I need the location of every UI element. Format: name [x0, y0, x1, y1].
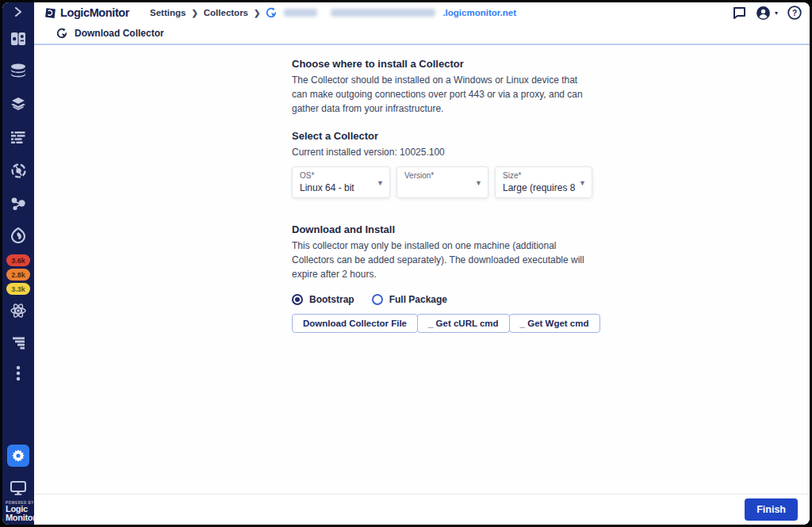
- breadcrumb-separator-icon: ❯: [191, 9, 197, 17]
- collector-dropdowns: OS* Linux 64 - bit ▼ Version* ▼ Size* La…: [292, 166, 595, 198]
- install-location-description: The Collector should be installed on a W…: [292, 74, 595, 116]
- installed-version-text: Current installed version: 10025.100: [292, 147, 595, 158]
- size-select[interactable]: Size* Large (requires 8... ▼: [495, 166, 592, 198]
- sidebar: 3.6k 2.8k 3.3k POWERED BY Logic Monitor: [2, 2, 34, 525]
- chat-icon[interactable]: [733, 6, 746, 19]
- logicmonitor-logo-icon: [44, 6, 57, 20]
- size-select-label: Size*: [503, 171, 576, 180]
- sidebar-item-websites[interactable]: [2, 161, 34, 180]
- logo-text: LogicMonitor: [60, 6, 129, 19]
- user-avatar-icon[interactable]: [756, 6, 771, 21]
- gear-icon: [12, 449, 25, 462]
- main-content: Choose where to install a Collector The …: [34, 47, 810, 494]
- package-type-radio-group: Bootstrap Full Package: [292, 294, 595, 305]
- user-menu-caret-icon[interactable]: ▾: [775, 10, 778, 17]
- chevron-down-icon: ▼: [377, 179, 384, 187]
- collector-icon: [266, 7, 277, 18]
- download-collector-file-button[interactable]: Download Collector File: [292, 314, 418, 333]
- sidebar-item-settings-active[interactable]: [7, 445, 29, 467]
- sidebar-item-mapping[interactable]: [2, 194, 34, 213]
- sidebar-item-more[interactable]: [2, 364, 34, 383]
- breadcrumb: Settings ❯ Collectors ❯ .logicmonitor.ne…: [150, 7, 516, 18]
- help-icon[interactable]: ?: [787, 6, 802, 20]
- top-bar: LogicMonitor Settings ❯ Collectors ❯ .lo…: [34, 2, 810, 23]
- radio-full-package[interactable]: Full Package: [372, 294, 447, 305]
- sidebar-item-remote-session[interactable]: [2, 479, 34, 498]
- page-subheader: Download Collector: [34, 23, 810, 45]
- chevron-down-icon: ▼: [579, 179, 586, 187]
- breadcrumb-separator-icon: ❯: [254, 9, 260, 17]
- sidebar-item-aiops[interactable]: [2, 301, 34, 320]
- page-title: Download Collector: [75, 28, 164, 39]
- version-select[interactable]: Version* ▼: [396, 166, 488, 198]
- finish-button[interactable]: Finish: [745, 498, 798, 521]
- app-window: 3.6k 2.8k 3.3k POWERED BY Logic Monitor …: [2, 2, 810, 525]
- breadcrumb-settings[interactable]: Settings: [150, 8, 186, 17]
- version-select-label: Version*: [404, 171, 472, 180]
- topbar-actions: ▾ ?: [733, 6, 802, 21]
- radio-bootstrap[interactable]: Bootstrap: [292, 294, 354, 305]
- chevron-down-icon: ▼: [475, 179, 482, 187]
- os-select[interactable]: OS* Linux 64 - bit ▼: [292, 166, 390, 198]
- sidebar-item-reports[interactable]: [2, 334, 34, 353]
- redacted-account-name: [331, 9, 435, 17]
- alert-badge-error[interactable]: 2.8k: [6, 269, 30, 281]
- download-install-heading: Download and Install: [292, 223, 595, 235]
- svg-text:?: ?: [792, 9, 797, 17]
- install-location-heading: Choose where to install a Collector: [292, 58, 595, 70]
- powered-by-line2: Monitor: [6, 514, 36, 522]
- get-curl-cmd-button[interactable]: _ Get cURL cmd: [417, 314, 510, 333]
- os-select-value: Linux 64 - bit: [300, 182, 373, 193]
- download-actions: Download Collector File _ Get cURL cmd _…: [292, 314, 595, 333]
- wizard-footer: Finish: [34, 494, 810, 525]
- radio-bootstrap-label: Bootstrap: [309, 294, 354, 305]
- size-select-value: Large (requires 8...: [503, 182, 576, 193]
- get-wget-cmd-button[interactable]: _ Get Wget cmd: [509, 314, 600, 333]
- sidebar-item-logs[interactable]: [2, 128, 34, 147]
- select-collector-heading: Select a Collector: [292, 130, 595, 142]
- collector-icon: [56, 28, 67, 39]
- sidebar-expand-chevron-icon[interactable]: [2, 2, 34, 21]
- logicmonitor-logo[interactable]: LogicMonitor: [44, 6, 129, 20]
- alert-badge-warning[interactable]: 3.3k: [6, 283, 30, 295]
- redacted-account-name: [284, 9, 317, 17]
- sidebar-item-dashboards[interactable]: [2, 29, 34, 48]
- breadcrumb-collectors[interactable]: Collectors: [204, 8, 248, 17]
- radio-circle-icon: [292, 294, 303, 305]
- sidebar-item-modules[interactable]: [2, 94, 34, 113]
- radio-full-package-label: Full Package: [389, 294, 447, 305]
- sidebar-item-resources[interactable]: [2, 61, 34, 80]
- powered-by-logo: POWERED BY Logic Monitor: [6, 502, 36, 523]
- sidebar-item-alerts[interactable]: [2, 226, 34, 245]
- os-select-label: OS*: [300, 171, 373, 180]
- portal-domain[interactable]: .logicmonitor.net: [442, 8, 516, 17]
- alert-badge-critical[interactable]: 3.6k: [6, 254, 30, 266]
- radio-circle-icon: [372, 294, 383, 305]
- download-install-description: This collector may only be installed on …: [292, 239, 595, 281]
